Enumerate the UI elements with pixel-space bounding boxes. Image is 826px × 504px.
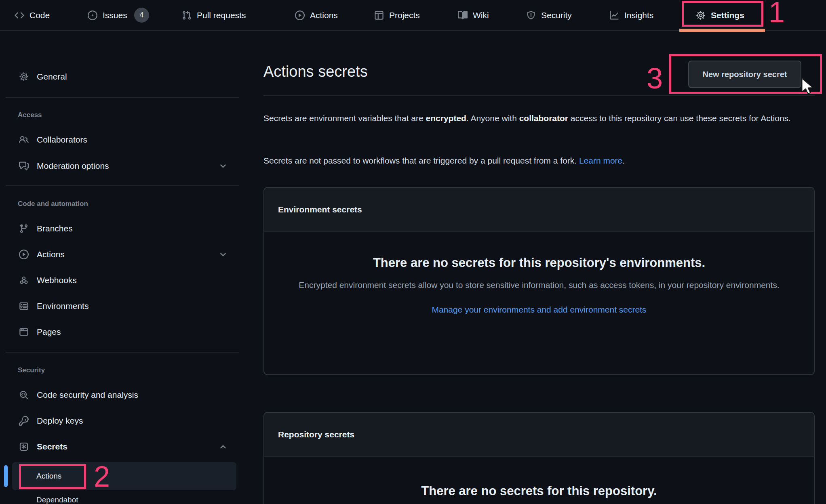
sidebar-item-label: Branches	[37, 224, 73, 233]
intro-text: access to this repository can use these …	[568, 113, 791, 123]
tab-label: Security	[541, 10, 572, 20]
squared-asterisk-icon	[19, 442, 29, 452]
intro-bold-encrypted: encrypted	[426, 113, 466, 123]
sidebar-item-label: Actions	[36, 472, 61, 481]
sidebar-item-secrets[interactable]: Secrets	[12, 434, 236, 460]
tab-label: Wiki	[473, 10, 489, 20]
sidebar-section-access: Access	[18, 110, 42, 120]
sidebar-item-general[interactable]: General	[12, 64, 236, 90]
page-title: Actions secrets	[263, 63, 368, 80]
fork-note: Secrets are not passed to workflows that…	[263, 156, 579, 165]
repository-secrets-empty-title: There are no secrets for this repository…	[264, 484, 814, 498]
play-icon	[19, 250, 29, 259]
sidebar-item-label: Pages	[37, 327, 61, 337]
chevron-down-icon	[219, 162, 228, 170]
key-icon	[19, 416, 29, 426]
gear-icon	[19, 72, 29, 82]
sidebar-item-collaborators[interactable]: Collaborators	[12, 127, 236, 153]
git-branch-icon	[19, 224, 29, 233]
people-icon	[19, 135, 29, 145]
tab-settings[interactable]: Settings	[696, 0, 744, 30]
sidebar-item-label: General	[37, 72, 67, 82]
sidebar-item-actions[interactable]: Actions	[12, 242, 236, 267]
webhook-icon	[19, 275, 29, 285]
sidebar-item-moderation-options[interactable]: Moderation options	[12, 153, 236, 179]
code-icon	[15, 10, 24, 20]
codescan-icon	[19, 390, 29, 400]
tab-label: Pull requests	[197, 10, 246, 20]
sidebar-item-label: Dependabot	[36, 496, 78, 504]
tab-insights[interactable]: Insights	[609, 0, 653, 30]
selected-item-accent-bar	[4, 465, 8, 487]
sidebar-item-label: Moderation options	[37, 161, 109, 171]
new-repository-secret-button[interactable]: New repository secret	[688, 61, 801, 88]
chevron-down-icon	[219, 250, 228, 259]
sidebar-divider	[6, 185, 239, 186]
tab-label: Insights	[624, 10, 653, 20]
settings-sidebar: General Access Collaborators Moderation …	[0, 31, 262, 504]
issues-count-badge: 4	[134, 8, 149, 23]
fork-note-text: Secrets are not passed to workflows that…	[263, 152, 818, 169]
shield-exclamation-icon	[526, 10, 536, 20]
sidebar-section-security: Security	[18, 365, 45, 375]
tab-label: Issues	[103, 10, 127, 20]
sidebar-item-branches[interactable]: Branches	[12, 216, 236, 242]
title-divider	[263, 95, 815, 96]
intro-text: . Anyone with	[466, 113, 519, 123]
book-icon	[458, 10, 468, 20]
sidebar-item-label: Actions	[37, 250, 65, 259]
issue-opened-icon	[88, 10, 97, 20]
tab-label: Settings	[711, 10, 744, 20]
sidebar-item-label: Environments	[37, 301, 88, 311]
sidebar-subitem-secrets-actions[interactable]: Actions	[12, 462, 236, 490]
intro-bold-collaborator: collaborator	[519, 113, 568, 123]
tab-code[interactable]: Code	[15, 0, 50, 30]
tab-pull-requests[interactable]: Pull requests	[182, 0, 246, 30]
gear-icon	[696, 10, 706, 20]
sidebar-item-label: Deploy keys	[37, 416, 83, 426]
repository-secrets-body: There are no secrets for this repository…	[264, 484, 814, 498]
tab-label: Projects	[389, 10, 420, 20]
secrets-intro-text: Secrets are environment variables that a…	[263, 110, 818, 127]
environment-secrets-panel: Environment secrets There are no secrets…	[263, 187, 815, 375]
tab-wiki[interactable]: Wiki	[458, 0, 489, 30]
repository-secrets-header: Repository secrets	[264, 413, 814, 457]
tab-security[interactable]: Security	[526, 0, 572, 30]
environment-secrets-empty-description: Encrypted environment secrets allow you …	[278, 277, 800, 294]
tab-projects[interactable]: Projects	[374, 0, 420, 30]
sidebar-item-environments[interactable]: Environments	[12, 293, 236, 319]
manage-environments-link[interactable]: Manage your environments and add environ…	[264, 301, 814, 318]
sidebar-item-pages[interactable]: Pages	[12, 319, 236, 345]
tab-label: Actions	[310, 10, 338, 20]
graph-icon	[609, 10, 619, 20]
browser-icon	[19, 327, 29, 337]
repository-secrets-panel: Repository secrets There are no secrets …	[263, 412, 815, 504]
tab-label: Code	[30, 10, 50, 20]
environment-secrets-empty-title: There are no secrets for this repository…	[264, 256, 814, 270]
environment-secrets-header: Environment secrets	[264, 188, 814, 232]
tab-actions[interactable]: Actions	[295, 0, 338, 30]
github-settings-page: Code Issues 4 Pull requests Actions Proj…	[0, 0, 826, 504]
sidebar-item-label: Collaborators	[37, 135, 87, 145]
intro-text: Secrets are environment variables that a…	[263, 113, 426, 123]
sidebar-item-code-security-analysis[interactable]: Code security and analysis	[12, 382, 236, 408]
sidebar-divider	[6, 97, 239, 98]
fork-note-period: .	[622, 156, 625, 165]
sidebar-item-label: Webhooks	[37, 275, 77, 285]
table-icon	[374, 10, 384, 20]
server-icon	[19, 301, 29, 311]
sidebar-item-label: Secrets	[37, 442, 67, 452]
sidebar-divider	[6, 352, 239, 353]
git-pull-request-icon	[182, 10, 192, 20]
sidebar-item-webhooks[interactable]: Webhooks	[12, 267, 236, 293]
sidebar-subitem-secrets-dependabot[interactable]: Dependabot	[36, 494, 78, 504]
annotation-number-3: 3	[647, 64, 663, 93]
learn-more-link[interactable]: Learn more	[579, 156, 622, 165]
play-icon	[295, 10, 305, 20]
sidebar-item-label: Code security and analysis	[37, 390, 138, 400]
tab-issues[interactable]: Issues 4	[88, 0, 149, 30]
repo-tab-bar: Code Issues 4 Pull requests Actions Proj…	[0, 0, 826, 31]
selected-tab-underline	[679, 29, 765, 32]
comment-discussion-icon	[19, 161, 29, 171]
sidebar-item-deploy-keys[interactable]: Deploy keys	[12, 408, 236, 434]
